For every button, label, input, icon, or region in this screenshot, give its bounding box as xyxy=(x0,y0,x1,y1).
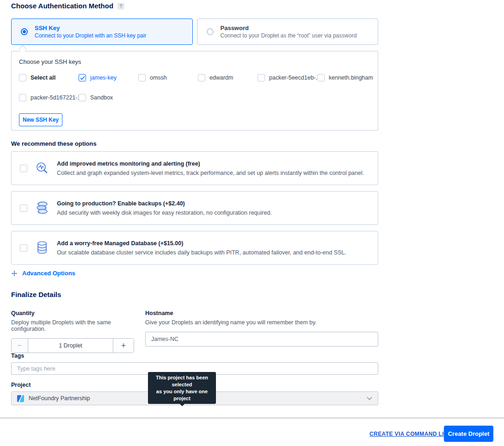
recommend-card-description: Collect and graph expanded system-level … xyxy=(57,170,364,176)
recommend-card-backups[interactable]: Going to production? Enable backups (+$2… xyxy=(11,191,378,225)
advanced-options-link[interactable]: Advanced Options xyxy=(11,270,75,277)
ssh-keys-panel-label: Choose your SSH keys xyxy=(19,58,370,65)
hostname-description: Give your Droplets an identifying name y… xyxy=(145,319,378,326)
checkbox-icon[interactable] xyxy=(19,74,26,81)
auth-option-description: Connect to your Droplet as the “root” us… xyxy=(221,32,357,39)
page-title: Choose Authentication Method ? xyxy=(11,2,124,10)
recommend-card-metrics[interactable]: Add improved metrics monitoring and aler… xyxy=(11,151,378,185)
checkbox-icon[interactable] xyxy=(19,94,26,101)
page-title-text: Choose Authentication Method xyxy=(11,2,113,10)
managed-database-icon xyxy=(34,240,50,256)
project-tooltip-line2: as you only have one project xyxy=(151,388,213,402)
quantity-value: 1 Droplet xyxy=(28,339,113,353)
recommend-card-description: Add security with weekly disk images for… xyxy=(57,210,272,216)
ssh-key-label: Select all xyxy=(31,74,55,81)
ssh-key-label: packer-5d167221-1... xyxy=(31,94,86,101)
quantity-increment-button[interactable]: + xyxy=(113,339,134,353)
checkbox-checked-icon[interactable] xyxy=(79,74,86,81)
quantity-field: Quantity Deploy multiple Droplets with t… xyxy=(11,310,141,353)
ssh-key-label: omssh xyxy=(150,74,167,81)
ssh-key-item-kenneth-bingham[interactable]: kenneth.bingham xyxy=(317,74,373,81)
ssh-key-label: Sandbox xyxy=(90,94,113,101)
recommend-card-title: Going to production? Enable backups (+$2… xyxy=(57,200,272,207)
new-ssh-key-button[interactable]: New SSH Key xyxy=(19,113,62,126)
checkbox-icon[interactable] xyxy=(317,74,325,81)
checkbox-icon[interactable] xyxy=(79,94,86,101)
quantity-description: Deploy multiple Droplets with the same c… xyxy=(11,319,141,332)
recommend-card-title: Add improved metrics monitoring and aler… xyxy=(57,161,364,167)
ssh-key-item-edwardm[interactable]: edwardm xyxy=(198,74,258,81)
chevron-down-icon xyxy=(367,396,372,400)
ssh-key-item-sandbox[interactable]: Sandbox xyxy=(79,94,138,101)
recommend-heading: We recommend these options xyxy=(11,140,97,147)
auth-option-ssh-key[interactable]: SSH Key Connect to your Droplet with an … xyxy=(11,19,193,45)
ssh-keys-grid: Select all james-key omssh edwardm packe… xyxy=(19,74,370,101)
auth-method-options: SSH Key Connect to your Droplet with an … xyxy=(11,19,378,45)
ssh-key-item-packer-5d167221[interactable]: packer-5d167221-1... xyxy=(19,94,79,101)
auth-option-title: Password xyxy=(221,24,357,32)
ssh-keys-panel: Choose your SSH keys Select all james-ke… xyxy=(11,51,378,130)
project-tooltip-line1: This project has been selected xyxy=(151,374,213,388)
ssh-key-item-james-key[interactable]: james-key xyxy=(79,74,138,81)
advanced-options-label: Advanced Options xyxy=(22,270,75,277)
radio-unselected-icon[interactable] xyxy=(207,28,214,35)
quantity-stepper: − 1 Droplet + xyxy=(11,338,134,353)
metrics-monitoring-icon xyxy=(34,161,50,176)
hostname-field: Hostname Give your Droplets an identifyi… xyxy=(145,310,378,347)
checkbox-icon[interactable] xyxy=(20,204,27,212)
checkbox-icon[interactable] xyxy=(258,74,265,81)
ssh-key-item-omssh[interactable]: omssh xyxy=(138,74,198,81)
plus-icon xyxy=(11,270,18,277)
ssh-key-label: edwardm xyxy=(209,74,233,81)
project-icon xyxy=(17,395,24,402)
footer-divider xyxy=(0,418,504,418)
project-tooltip: This project has been selected as you on… xyxy=(148,372,216,404)
auth-option-title: SSH Key xyxy=(35,24,146,32)
ssh-key-label: kenneth.bingham xyxy=(329,74,373,81)
ssh-key-label: james-key xyxy=(90,74,117,81)
auth-option-password[interactable]: Password Connect to your Droplet as the … xyxy=(197,19,379,45)
quantity-label: Quantity xyxy=(11,310,141,316)
backups-icon xyxy=(34,200,50,216)
checkbox-icon[interactable] xyxy=(198,74,205,81)
tags-label: Tags xyxy=(11,353,378,359)
create-droplet-button[interactable]: Create Droplet xyxy=(444,426,493,442)
recommend-card-database[interactable]: Add a worry-free Managed Database (+$15.… xyxy=(11,231,378,265)
recommend-card-title: Add a worry-free Managed Database (+$15.… xyxy=(57,240,346,247)
radio-selected-icon[interactable] xyxy=(21,28,28,35)
checkbox-icon[interactable] xyxy=(138,74,146,81)
ssh-key-item-packer-5eecd1eb[interactable]: packer-5eecd1eb-... xyxy=(258,74,317,81)
ssh-key-item-select-all[interactable]: Select all xyxy=(19,74,79,81)
tags-field: Tags xyxy=(11,353,378,375)
checkbox-icon[interactable] xyxy=(20,244,27,252)
finalize-heading: Finalize Details xyxy=(11,291,61,298)
hostname-input[interactable] xyxy=(145,332,378,347)
ssh-key-label: packer-5eecd1eb-... xyxy=(269,74,320,81)
recommend-card-description: Our scalable database cluster service in… xyxy=(57,249,346,256)
quantity-decrement-button[interactable]: − xyxy=(12,339,28,353)
hostname-label: Hostname xyxy=(145,310,378,316)
checkbox-icon[interactable] xyxy=(20,165,27,172)
help-icon[interactable]: ? xyxy=(117,3,124,10)
create-via-command-line-link[interactable]: CREATE VIA COMMAND LINE xyxy=(369,431,452,437)
auth-option-description: Connect to your Droplet with an SSH key … xyxy=(35,32,146,39)
